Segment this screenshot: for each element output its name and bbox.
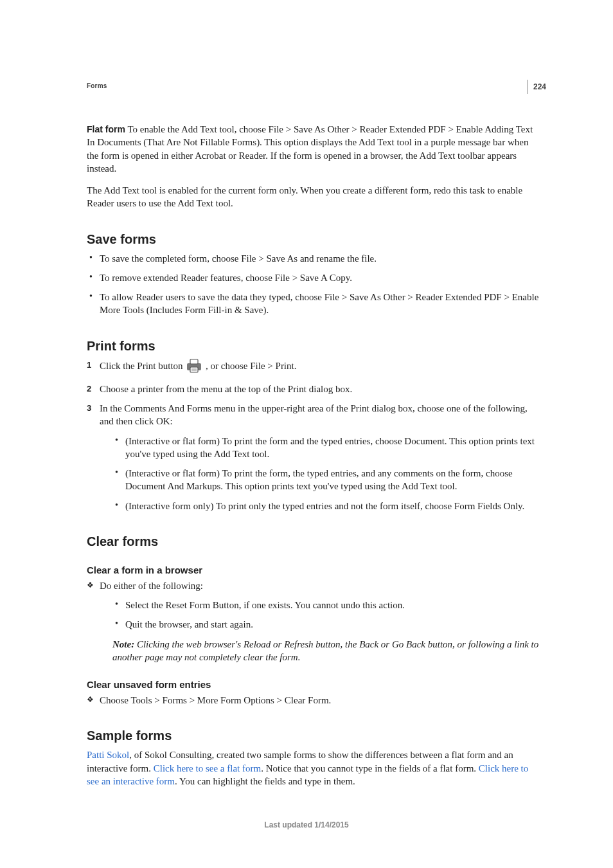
print-forms-steps: 1 Click the Print button , or choose Fil…: [87, 359, 542, 512]
svg-rect-2: [190, 367, 198, 372]
clear-browser-lead: Do either of the following: Select the R…: [87, 579, 542, 664]
list-item: To remove extended Reader features, choo…: [87, 271, 542, 284]
clear-browser-lead-text: Do either of the following:: [100, 581, 203, 591]
clear-unsaved-heading: Clear unsaved form entries: [87, 679, 542, 690]
list-item: Quit the browser, and start again.: [112, 618, 542, 631]
link-flat-form[interactable]: Click here to see a flat form: [154, 763, 261, 773]
clear-browser-heading: Clear a form in a browser: [87, 565, 542, 575]
flat-form-paragraph-2: The Add Text tool is enabled for the cur…: [87, 184, 542, 210]
sample-forms-paragraph: Patti Sokol, of Sokol Consulting, create…: [87, 748, 542, 788]
svg-rect-1: [190, 359, 198, 364]
clear-browser-block: Do either of the following: Select the R…: [87, 579, 542, 664]
list-item-text: (Interactive form only) To print only th…: [125, 501, 524, 511]
list-item-text: Quit the browser, and start again.: [125, 619, 253, 629]
breadcrumb: Forms: [87, 82, 542, 89]
flat-form-text-1: To enable the Add Text tool, choose File…: [87, 124, 533, 174]
sample-t3: . You can highlight the fields and type …: [175, 776, 355, 786]
page-number: 224: [528, 80, 546, 94]
sample-t2: . Notice that you cannot type in the fie…: [261, 763, 479, 773]
step-number: 3: [87, 402, 91, 414]
clear-unsaved-item: Choose Tools > Forms > More Form Options…: [87, 694, 542, 707]
step-number: 2: [87, 383, 91, 395]
step-1-text-b: , or choose File > Print.: [206, 361, 296, 371]
list-item-text: To save the completed form, choose File …: [100, 253, 377, 264]
step-2: 2 Choose a printer from the menu at the …: [87, 383, 542, 395]
save-forms-heading: Save forms: [87, 232, 542, 247]
list-item: Select the Reset Form Button, if one exi…: [112, 599, 542, 611]
print-icon: [186, 359, 202, 376]
flat-form-paragraph-1: Flat form To enable the Add Text tool, c…: [87, 123, 542, 175]
list-item: (Interactive or flat form) To print the …: [112, 435, 542, 461]
list-item-text: Select the Reset Form Button, if one exi…: [125, 600, 405, 610]
print-forms-heading: Print forms: [87, 339, 542, 354]
step-3-sublist: (Interactive or flat form) To print the …: [100, 435, 542, 512]
list-item: To save the completed form, choose File …: [87, 252, 542, 265]
step-1: 1 Click the Print button , or choose Fil…: [87, 359, 542, 376]
list-item-text: To remove extended Reader features, choo…: [100, 273, 352, 283]
note-label: Note:: [112, 639, 134, 649]
note-text: Clicking the web browser's Reload or Ref…: [112, 639, 538, 662]
list-item: (Interactive form only) To print only th…: [112, 500, 542, 512]
clear-unsaved-block: Choose Tools > Forms > More Form Options…: [87, 694, 542, 707]
step-3: 3 In the Comments And Forms menu in the …: [87, 402, 542, 512]
step-3-text: In the Comments And Forms menu in the up…: [100, 403, 528, 426]
list-item: (Interactive or flat form) To print the …: [112, 467, 542, 493]
clear-unsaved-text: Choose Tools > Forms > More Form Options…: [100, 695, 331, 705]
step-1-text-a: Click the Print button: [100, 361, 185, 371]
list-item-text: (Interactive or flat form) To print the …: [125, 468, 513, 491]
document-page: 224 Forms Flat form To enable the Add Te…: [0, 0, 613, 868]
list-item-text: (Interactive or flat form) To print the …: [125, 436, 535, 459]
save-forms-list: To save the completed form, choose File …: [87, 252, 542, 317]
footer-last-updated: Last updated 1/14/2015: [0, 820, 613, 829]
page-number-value: 224: [533, 82, 546, 91]
step-number: 1: [87, 359, 91, 371]
step-2-text: Choose a printer from the menu at the to…: [100, 384, 352, 394]
clear-browser-note: Note: Clicking the web browser's Reload …: [112, 638, 542, 664]
list-item-text: To allow Reader users to save the data t…: [100, 292, 538, 315]
clear-forms-heading: Clear forms: [87, 534, 542, 549]
list-item: To allow Reader users to save the data t…: [87, 291, 542, 317]
flat-form-label: Flat form: [87, 124, 125, 134]
sample-forms-heading: Sample forms: [87, 728, 542, 743]
clear-browser-sublist: Select the Reset Form Button, if one exi…: [100, 599, 542, 631]
link-patti-sokol[interactable]: Patti Sokol: [87, 750, 129, 760]
